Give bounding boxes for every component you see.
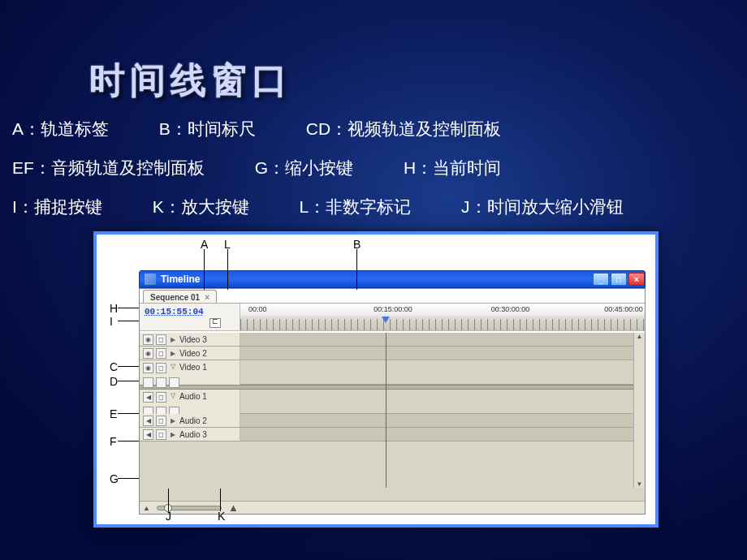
track-name: Audio 2 (179, 416, 207, 425)
callout-J: J (166, 510, 171, 523)
legend-row-3: I：捕捉按键 K：放大按键 L：非数字标记 J：时间放大缩小滑钮 (12, 187, 712, 226)
track-content[interactable] (240, 360, 645, 384)
legend-L: L：非数字标记 (300, 197, 434, 216)
playhead-line[interactable] (386, 333, 386, 488)
playhead-indicator-icon[interactable] (382, 317, 390, 323)
video-track: ◉◻▶Video 2 (140, 347, 645, 360)
header-row: 00:15:55:04 00:0000:15:00:0000:30:00:000… (140, 304, 645, 331)
current-time-display[interactable]: 00:15:55:04 (140, 307, 240, 317)
track-content[interactable] (240, 428, 645, 441)
snap-button[interactable] (209, 318, 221, 328)
track-label-area[interactable]: ◀◻▶Audio 3 (140, 428, 240, 441)
slide-title: 时间线窗口 (89, 57, 292, 105)
callout-C: C (110, 360, 118, 373)
callout-D: D (110, 375, 118, 388)
vertical-scrollbar[interactable]: ▲ ▼ (633, 333, 645, 488)
callout-H: H (110, 302, 118, 315)
tab-sequence[interactable]: Sequence 01 × (143, 290, 217, 303)
video-track: ◉◻▶Video 3 (140, 333, 645, 347)
track-name: Video 3 (179, 335, 207, 344)
window-titlebar[interactable]: Timeline _ □ × (139, 270, 646, 288)
track-name: Video 2 (179, 349, 207, 358)
legend-block: A：轨道标签 B：时间标尺 CD：视频轨道及控制面板 EF：音频轨道及控制面板 … (12, 110, 735, 226)
legend-row-1: A：轨道标签 B：时间标尺 CD：视频轨道及控制面板 (12, 110, 712, 149)
speaker-icon[interactable]: ◀ (143, 392, 153, 403)
ruler-tick-label: 00:45:00:00 (604, 305, 643, 313)
track-option-icon[interactable] (143, 377, 153, 388)
legend-J: J：时间放大缩小滑钮 (461, 197, 646, 216)
ruler-ticks (240, 319, 645, 330)
collapse-icon[interactable]: ▶ (171, 350, 175, 357)
minimize-button[interactable]: _ (593, 273, 609, 286)
collapse-icon[interactable]: ▶ (171, 336, 175, 343)
track-label-area[interactable]: ◉◻▽Video 1 (140, 360, 240, 385)
track-label-area[interactable]: ◀◻▽Audio 1 (140, 390, 240, 414)
ruler-tick-label: 00:30:00:00 (491, 305, 530, 313)
ruler-tick-label: 00:00 (248, 305, 267, 313)
tab-label: Sequence 01 (150, 293, 200, 302)
video-track: ◉◻▽Video 1 (140, 360, 645, 385)
track-label-area[interactable]: ◉◻▶Video 2 (140, 347, 240, 360)
collapse-icon[interactable]: ▽ (171, 363, 175, 370)
lock-icon[interactable]: ◻ (156, 392, 166, 403)
track-option-icon[interactable] (169, 377, 179, 388)
eye-icon[interactable]: ◉ (143, 363, 153, 373)
window-app-icon (145, 274, 156, 285)
legend-row-2: EF：音频轨道及控制面板 G：缩小按键 H：当前时间 (12, 149, 712, 187)
speaker-icon[interactable]: ◀ (143, 416, 153, 426)
track-content[interactable] (240, 333, 645, 346)
scroll-up-icon[interactable]: ▲ (637, 333, 643, 340)
callout-line (118, 478, 139, 479)
legend-K: K：放大按键 (153, 197, 272, 216)
track-name: Audio 3 (179, 430, 207, 439)
zoom-in-button[interactable]: ▲ (228, 502, 239, 514)
maximize-button[interactable]: □ (611, 273, 627, 286)
callout-line (118, 441, 139, 442)
audio-track: ◀◻▶Audio 3 (140, 428, 645, 442)
callout-line (204, 249, 205, 290)
tracks-area: ◉◻▶Video 3◉◻▶Video 2◉◻▽Video 1◀◻▽Audio 1… (140, 331, 645, 501)
lock-icon[interactable]: ◻ (156, 334, 166, 345)
audio-track: ◀◻▽Audio 1 (140, 390, 645, 414)
callout-line (227, 249, 228, 290)
collapse-icon[interactable]: ▶ (171, 431, 175, 438)
legend-H: H：当前时间 (404, 158, 524, 177)
window-title: Timeline (161, 274, 200, 285)
callout-line (118, 321, 139, 321)
callout-line (118, 381, 139, 381)
legend-CD: CD：视频轨道及控制面板 (306, 119, 524, 138)
legend-B: B：时间标尺 (159, 119, 279, 138)
ruler-tick-label: 00:15:00:00 (374, 305, 412, 313)
zoom-out-button[interactable]: ▲ (143, 504, 150, 512)
eye-icon[interactable]: ◉ (143, 334, 153, 345)
speaker-icon[interactable]: ◀ (143, 429, 153, 440)
legend-I: I：捕捉按键 (12, 197, 125, 216)
collapse-icon[interactable]: ▽ (171, 392, 175, 399)
track-label-area[interactable]: ◀◻▶Audio 2 (140, 414, 240, 427)
close-button[interactable]: × (628, 273, 645, 286)
track-content[interactable] (240, 414, 645, 427)
callout-line (168, 489, 169, 511)
bottom-bar: ▲ ▲ (140, 501, 645, 514)
lock-icon[interactable]: ◻ (156, 363, 166, 373)
callout-G: G (110, 472, 119, 485)
lock-icon[interactable]: ◻ (156, 416, 166, 426)
callout-line (118, 366, 139, 367)
figure-frame: Timeline _ □ × Sequence 01 × 00:15:55:04 (93, 231, 658, 528)
scroll-down-icon[interactable]: ▼ (637, 480, 643, 488)
time-ruler[interactable]: 00:0000:15:00:0000:30:00:0000:45:00:00 (240, 304, 645, 330)
track-option-icon[interactable] (156, 377, 166, 388)
tab-row: Sequence 01 × (140, 289, 645, 304)
track-content[interactable] (240, 390, 645, 413)
eye-icon[interactable]: ◉ (143, 348, 153, 359)
callout-I: I (110, 315, 113, 328)
tab-close-icon[interactable]: × (205, 293, 209, 302)
lock-icon[interactable]: ◻ (156, 429, 166, 440)
track-label-area[interactable]: ◉◻▶Video 3 (140, 333, 240, 346)
callout-line (118, 413, 139, 414)
legend-A: A：轨道标签 (12, 119, 132, 138)
callout-line (220, 489, 221, 511)
track-content[interactable] (240, 347, 645, 360)
lock-icon[interactable]: ◻ (156, 348, 166, 359)
collapse-icon[interactable]: ▶ (171, 417, 175, 424)
